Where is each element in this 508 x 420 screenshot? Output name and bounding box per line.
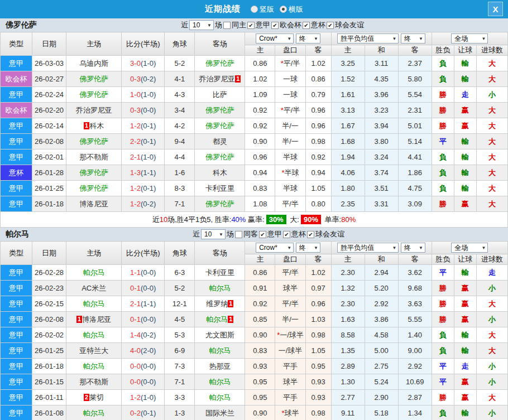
result-handicap: 赢 [454, 118, 476, 134]
sub-col-odds-away: 客 [305, 45, 331, 56]
league-filter-checkbox[interactable] [327, 22, 334, 29]
league-badge: 意甲 [1, 181, 32, 196]
match-row: 欧会杯26-02-27佛罗伦萨0-3(0-2)4-1乔治罗尼亚11.02一球0.… [1, 71, 508, 87]
match-score: 2-1(1-0) [122, 149, 165, 165]
avg-lose: 5.55 [398, 312, 432, 327]
league-filter-checkbox[interactable] [259, 231, 266, 238]
sub-col-odds-away: 客 [305, 254, 331, 265]
vertical-mode-radio[interactable] [251, 6, 258, 13]
handicap: 一球 [275, 87, 305, 103]
result-goals: 大 [476, 327, 507, 343]
handicap: 球半 [275, 374, 305, 390]
horizontal-mode-radio[interactable] [280, 6, 287, 13]
odds-home: 0.94 [245, 165, 275, 181]
avg-win: 1.30 [331, 374, 365, 390]
home-team: AC米兰 [66, 281, 122, 296]
avg-lose: 5.80 [398, 71, 432, 87]
avg-win: 1.80 [331, 181, 365, 196]
same-venue-checkbox[interactable] [223, 22, 231, 29]
chevron-down-icon: ▼ [392, 245, 396, 250]
match-date: 26-02-20 [32, 103, 66, 118]
close-button[interactable]: X [488, 2, 503, 16]
same-venue-checkbox[interactable] [235, 231, 242, 238]
sub-col-avg-lose: 客 [398, 254, 432, 265]
result-wdl: 勝 [432, 118, 454, 134]
odds-source-select[interactable]: Crow*▼ [256, 243, 294, 253]
team-label: 莱切 [89, 393, 104, 402]
halftime-score: (0-1) [141, 409, 156, 417]
corner-score: 4-4 [165, 149, 195, 165]
scope-select[interactable]: 全场▼ [451, 33, 488, 44]
result-handicap: 輸 [454, 56, 476, 71]
wdl-time-select[interactable]: 终▼ [401, 33, 425, 44]
match-count-select[interactable]: 10▼ [201, 229, 226, 239]
chevron-down-icon: ▼ [207, 23, 212, 28]
team-label: 佛罗伦萨 [205, 106, 234, 114]
match-date: 26-02-02 [32, 327, 66, 343]
match-count-select[interactable]: 10▼ [189, 20, 214, 30]
wdl-average-header: 胜平负均值▼ 终▼ [331, 32, 432, 45]
result-goals: 大 [476, 181, 507, 196]
result-goals: 大 [476, 149, 507, 165]
odds-source-select[interactable]: Crow*▼ [256, 33, 294, 44]
wdl-average-select[interactable]: 胜平负均值▼ [337, 243, 399, 253]
avg-lose: 3.62 [398, 265, 432, 281]
halftime-score: (0-2) [141, 331, 156, 339]
team-rank-badge: 1 [228, 316, 233, 323]
team-label: 帕尔马 [209, 284, 231, 292]
odds-home: 0.95 [245, 390, 275, 405]
league-filter-checkbox[interactable] [247, 22, 255, 29]
league-filter-checkbox[interactable] [271, 22, 279, 29]
team-label: 帕尔马 [83, 409, 105, 417]
avg-draw: 5.20 [365, 281, 398, 296]
avg-draw: 4.58 [365, 327, 398, 343]
match-date: 26-01-11 [32, 390, 66, 405]
match-count-value: 10 [204, 230, 212, 238]
handicap: 半球 [275, 149, 305, 165]
league-filter-checkbox[interactable] [283, 231, 290, 238]
corner-score: 4-2 [165, 118, 195, 134]
match-row: 意甲26-02-141科木1-2(0-1)4-2佛罗伦萨0.92半/一0.961… [1, 118, 508, 134]
summary-part: 场,胜4平1负5, 胜率: [167, 215, 231, 225]
matches-unit-label: 场 [215, 20, 222, 30]
corner-score: 9-4 [165, 134, 195, 149]
result-handicap: 輸 [454, 134, 476, 149]
col-header-date: 日期 [32, 32, 66, 56]
wdl-average-select[interactable]: 胜平负均值▼ [337, 33, 399, 44]
home-team: 帕尔马 [66, 359, 122, 374]
league-filter-label: 意甲 [256, 20, 270, 30]
handicap: 平/半 [275, 196, 305, 212]
avg-draw: 3.86 [365, 312, 398, 327]
result-scope-header: 全场▼ [432, 32, 507, 45]
wdl-time-select[interactable]: 终▼ [401, 243, 425, 253]
team-label: 那不勒斯 [79, 378, 108, 386]
result-wdl: 勝 [432, 312, 454, 327]
team-label: 帕尔马 [83, 331, 105, 339]
away-team: 帕尔马 [195, 343, 245, 359]
fulltime-score: 1-4 [130, 331, 141, 339]
team-label: 佛罗伦萨 [79, 137, 108, 146]
odds-time-select[interactable]: 终▼ [296, 33, 320, 44]
odds-home: 0.90 [245, 327, 275, 343]
league-filter-checkbox[interactable] [307, 231, 314, 238]
odds-time-select[interactable]: 终▼ [296, 243, 320, 253]
match-score: 0-0(0-0) [122, 359, 165, 374]
handicap: 一/球半 [275, 343, 305, 359]
halftime-score: (0-0) [141, 315, 156, 324]
result-handicap: 走 [454, 87, 476, 103]
col-header-type: 类型 [1, 32, 32, 56]
summary-part: 单率: [323, 215, 341, 225]
avg-draw: 5.00 [365, 343, 398, 359]
home-team: 乌迪内斯 [66, 56, 122, 71]
odds-time-value: 终 [299, 34, 306, 44]
same-venue-label: 同主 [232, 20, 246, 30]
vertical-mode-label: 竖版 [260, 4, 274, 15]
match-date: 26-02-27 [32, 71, 66, 87]
odds-home: 0.90 [245, 134, 275, 149]
fulltime-score: 0-2 [130, 409, 141, 417]
odds-home: 1.02 [245, 71, 275, 87]
fulltime-score: 2-2 [130, 137, 141, 146]
halftime-score: (0-2) [141, 200, 156, 208]
scope-select[interactable]: 全场▼ [451, 243, 488, 253]
league-filter-checkbox[interactable] [303, 22, 310, 29]
